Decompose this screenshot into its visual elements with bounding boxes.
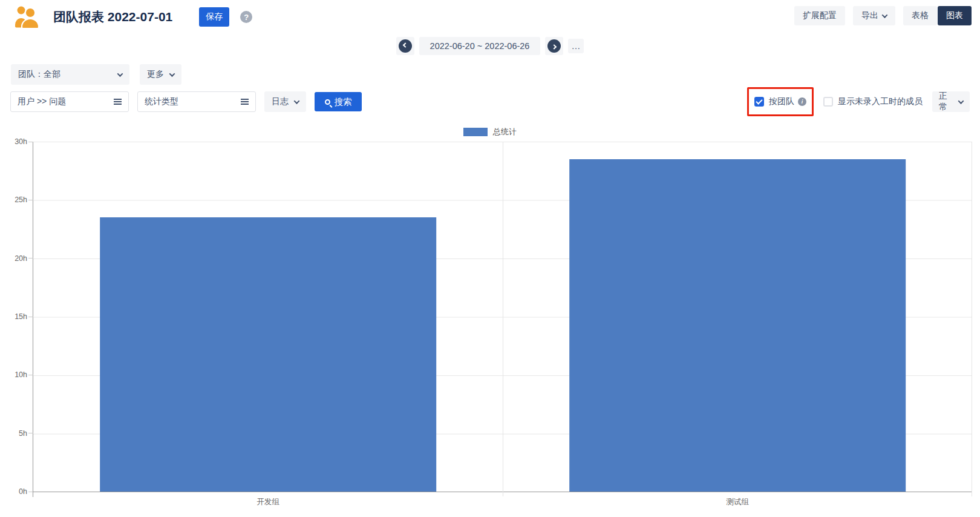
- log-select-value: 日志: [272, 96, 289, 107]
- filter-row-2-right: 按团队 i 显示未录入工时的成员 正常: [747, 91, 970, 112]
- save-button[interactable]: 保存: [199, 7, 229, 27]
- category-band: 开发组: [33, 142, 503, 492]
- stat-type-selector[interactable]: 统计类型: [137, 91, 256, 112]
- y-tick: 5h: [19, 429, 33, 438]
- chevron-right-icon: [547, 39, 561, 53]
- table-view-button[interactable]: 表格: [903, 6, 937, 25]
- filter-row-1: 团队：全部 更多: [11, 64, 980, 85]
- y-tick: 25h: [15, 196, 33, 204]
- show-members-checkbox-group[interactable]: 显示未录入工时的成员: [823, 96, 923, 107]
- search-button[interactable]: 搜索: [315, 92, 362, 111]
- view-toggle: 表格 图表: [903, 6, 972, 25]
- by-team-checkbox-group[interactable]: 按团队 i: [754, 96, 806, 107]
- chevron-down-icon: [882, 12, 888, 18]
- y-tick: 20h: [15, 254, 33, 263]
- chevron-down-icon: [117, 71, 123, 77]
- header-actions: 扩展配置 导出 表格 图表: [794, 5, 972, 25]
- help-icon[interactable]: ?: [240, 11, 252, 23]
- bar-chart: 30h 25h 20h 15h 10h 5h 0h 开发组 测试组: [33, 142, 972, 492]
- export-button[interactable]: 导出: [853, 6, 895, 25]
- prev-week-button[interactable]: [396, 37, 414, 55]
- next-week-button[interactable]: [545, 37, 563, 55]
- log-select[interactable]: 日志: [264, 91, 306, 112]
- by-team-label: 按团队: [769, 96, 794, 107]
- y-tick: 10h: [15, 370, 33, 379]
- team-people-icon: [13, 5, 40, 29]
- more-dates-button[interactable]: …: [568, 39, 584, 53]
- status-select-value: 正常: [939, 91, 953, 113]
- menu-icon: [114, 101, 122, 102]
- bar-dev-group[interactable]: [100, 217, 436, 492]
- date-navigation: 2022-06-20 ~ 2022-06-26 …: [0, 37, 980, 55]
- info-icon[interactable]: i: [798, 97, 806, 106]
- menu-icon: [241, 101, 249, 102]
- legend-swatch: [463, 128, 488, 136]
- filter-row-2-left: 用户 >> 问题 统计类型 日志 搜索: [10, 91, 362, 112]
- search-icon: [325, 99, 330, 105]
- by-team-checkbox[interactable]: [754, 97, 764, 107]
- legend-label: 总统计: [493, 127, 517, 137]
- search-button-label: 搜索: [335, 96, 352, 108]
- stat-type-value: 统计类型: [145, 96, 178, 107]
- more-filters-label: 更多: [147, 69, 164, 80]
- chart-view-button[interactable]: 图表: [938, 6, 972, 25]
- x-category-label: 开发组: [256, 497, 279, 507]
- annotation-red-box: 按团队 i: [747, 87, 814, 116]
- status-select[interactable]: 正常: [932, 91, 970, 112]
- chart-legend[interactable]: 总统计: [0, 127, 980, 136]
- chevron-down-icon: [958, 98, 964, 104]
- page-title: 团队报表 2022-07-01: [53, 8, 172, 25]
- category-band: 测试组: [503, 142, 972, 492]
- group-field-value: 用户 >> 问题: [18, 96, 66, 107]
- x-category-label: 测试组: [726, 497, 749, 507]
- team-select[interactable]: 团队：全部: [11, 64, 129, 85]
- plot-area: 30h 25h 20h 15h 10h 5h 0h 开发组 测试组: [33, 142, 972, 492]
- header: 团队报表 2022-07-01 保存 ? 扩展配置 导出 表格 图表: [0, 0, 980, 31]
- y-tick: 30h: [15, 137, 33, 146]
- more-filters-select[interactable]: 更多: [140, 64, 181, 85]
- y-tick: 15h: [15, 312, 33, 321]
- date-range-button[interactable]: 2022-06-20 ~ 2022-06-26: [419, 37, 541, 55]
- chevron-down-icon: [169, 71, 175, 77]
- bar-test-group[interactable]: [569, 159, 906, 492]
- filter-row-2: 用户 >> 问题 统计类型 日志 搜索 按团队 i 显示未录入工时的成员: [10, 91, 970, 112]
- chevron-down-icon: [294, 98, 300, 104]
- group-field-selector[interactable]: 用户 >> 问题: [10, 91, 129, 112]
- show-members-label: 显示未录入工时的成员: [838, 96, 923, 107]
- y-tick: 0h: [19, 487, 33, 496]
- extended-config-button[interactable]: 扩展配置: [794, 6, 845, 25]
- export-label: 导出: [861, 10, 878, 21]
- axis-tick: [33, 492, 33, 497]
- chevron-left-icon: [399, 39, 412, 53]
- show-members-checkbox[interactable]: [823, 97, 833, 107]
- team-select-value: 团队：全部: [18, 69, 60, 80]
- header-left: 团队报表 2022-07-01 保存 ?: [13, 5, 252, 29]
